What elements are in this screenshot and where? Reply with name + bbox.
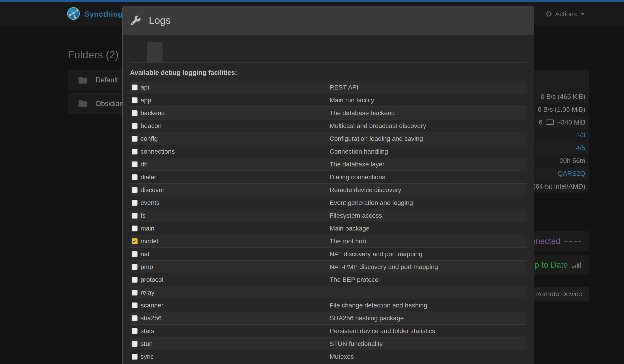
- wrench-icon: [131, 16, 141, 25]
- facility-row: events Event generation and logging: [130, 196, 526, 209]
- facility-description: File change detection and hashing: [330, 302, 427, 309]
- facility-checkbox[interactable]: [132, 174, 138, 180]
- facility-checkbox[interactable]: [132, 264, 138, 270]
- folder-icon: [78, 77, 87, 83]
- facility-checkbox[interactable]: [132, 136, 138, 142]
- facility-row: sha256 SHA256 hashing package: [130, 312, 526, 325]
- facility-checkbox[interactable]: [132, 302, 138, 308]
- top-accent-bar: [0, 0, 624, 2]
- facility-row: api REST API: [130, 81, 526, 94]
- stat-value: (64-bit Intel/AMD): [533, 183, 585, 190]
- facility-name[interactable]: connections: [141, 148, 175, 155]
- facility-description: Main package: [330, 225, 369, 232]
- facility-checkbox[interactable]: [132, 277, 138, 283]
- syncthing-brand[interactable]: Syncthing: [67, 7, 123, 21]
- facility-name[interactable]: beacon: [141, 122, 162, 130]
- facility-checkbox[interactable]: ✓: [132, 238, 138, 244]
- facility-row: protocol The BEP protocol: [130, 273, 526, 286]
- facility-row: scanner File change detection and hashin…: [130, 299, 526, 312]
- facility-row: backend The database backend: [130, 107, 526, 120]
- facility-name[interactable]: dialer: [141, 174, 156, 181]
- facility-checkbox[interactable]: [132, 341, 138, 347]
- facility-checkbox[interactable]: [132, 200, 138, 206]
- logs-tab[interactable]: [130, 42, 146, 62]
- facility-row: app Main run facility: [130, 94, 526, 107]
- facility-name[interactable]: config: [141, 135, 158, 142]
- stat-value: ~340 MiB: [557, 119, 585, 126]
- facility-name[interactable]: pmp: [141, 263, 153, 271]
- facility-checkbox[interactable]: [132, 328, 138, 334]
- facility-checkbox[interactable]: [132, 290, 138, 296]
- facility-checkbox[interactable]: [132, 354, 138, 360]
- facility-description: REST API: [330, 84, 359, 91]
- facility-name[interactable]: app: [141, 97, 151, 104]
- logs-modal: Logs Available debug logging facilities:…: [123, 6, 534, 364]
- facility-checkbox[interactable]: [132, 149, 138, 155]
- facility-description: STUN functionality: [330, 340, 383, 347]
- facility-checkbox[interactable]: [132, 213, 138, 219]
- facility-checkbox[interactable]: [132, 315, 138, 321]
- facility-row: beacon Multicast and broadcast discovery: [130, 120, 526, 132]
- facility-name[interactable]: scanner: [141, 302, 163, 309]
- signal-bars-icon: [572, 262, 581, 268]
- facility-name[interactable]: backend: [141, 109, 165, 117]
- stat-value: QARS2Q: [558, 170, 585, 178]
- facility-description: SHA256 hashing package: [330, 314, 404, 322]
- facility-row: main Main package: [130, 222, 526, 235]
- facility-name[interactable]: discover: [141, 186, 164, 194]
- facility-row: discover Remote device discovery: [130, 183, 526, 196]
- logs-tab[interactable]: [147, 42, 162, 62]
- stat-prefix: 6: [539, 119, 543, 126]
- facilities-table: api REST API app Main run facility backe…: [130, 81, 526, 363]
- folder-label: Obsidian: [95, 100, 123, 108]
- facility-row: fs Filesystem access: [130, 209, 526, 222]
- facility-description: NAT-PMP discovery and port mapping: [330, 263, 438, 271]
- facility-description: Main run facility: [330, 97, 374, 104]
- facility-name[interactable]: stats: [141, 327, 154, 335]
- facility-description: NAT discovery and port mapping: [330, 250, 422, 258]
- stat-value: 2/3: [576, 131, 585, 139]
- facility-name[interactable]: model: [141, 238, 158, 245]
- facility-row: sync Mutexes: [130, 350, 526, 363]
- facility-name[interactable]: fs: [141, 212, 146, 219]
- actions-menu-button[interactable]: ⚙ Actions: [545, 10, 585, 18]
- device-status-up-to-date: Up to Date: [529, 260, 568, 270]
- facility-row: nat NAT discovery and port mapping: [130, 248, 526, 260]
- facility-name[interactable]: stun: [141, 340, 153, 347]
- facility-description: Persistent device and folder statistics: [330, 327, 435, 335]
- facility-row: ✓ model The root hub: [130, 235, 526, 248]
- facility-checkbox[interactable]: [132, 226, 138, 232]
- facility-description: Connection handling: [330, 148, 388, 155]
- logs-modal-body: Available debug logging facilities: api …: [123, 35, 534, 363]
- facilities-heading: Available debug logging facilities:: [130, 69, 526, 77]
- facility-name[interactable]: api: [141, 84, 149, 91]
- facility-name[interactable]: sha256: [141, 314, 162, 322]
- hard-drive-icon: [546, 120, 554, 125]
- facility-name[interactable]: relay: [141, 289, 155, 296]
- facility-checkbox[interactable]: [132, 251, 138, 257]
- folder-label: Default: [95, 76, 118, 84]
- facility-name[interactable]: sync: [141, 353, 154, 360]
- facility-description: Mutexes: [330, 353, 354, 360]
- facility-name[interactable]: events: [141, 199, 159, 207]
- facility-name[interactable]: db: [141, 161, 148, 168]
- facility-row: dialer Dialing connections: [130, 171, 526, 183]
- facility-description: The root hub: [330, 238, 366, 245]
- facility-description: Dialing connections: [330, 174, 385, 181]
- facility-checkbox[interactable]: [132, 187, 138, 193]
- facility-name[interactable]: nat: [141, 250, 150, 258]
- facility-checkbox[interactable]: [132, 110, 138, 116]
- facility-name[interactable]: main: [141, 225, 155, 232]
- facility-description: Remote device discovery: [330, 186, 401, 194]
- no-connection-dashes-icon: [565, 241, 581, 242]
- facility-checkbox[interactable]: [132, 123, 138, 129]
- chevron-down-icon: [580, 13, 585, 15]
- facility-checkbox[interactable]: [132, 161, 138, 167]
- facility-description: The database backend: [330, 109, 395, 117]
- facility-name[interactable]: protocol: [141, 276, 163, 284]
- syncthing-logo-icon: [67, 7, 80, 21]
- facility-checkbox[interactable]: [132, 84, 138, 90]
- facility-checkbox[interactable]: [132, 97, 138, 103]
- logs-tabs: [130, 42, 526, 62]
- modal-title: Logs: [149, 15, 171, 26]
